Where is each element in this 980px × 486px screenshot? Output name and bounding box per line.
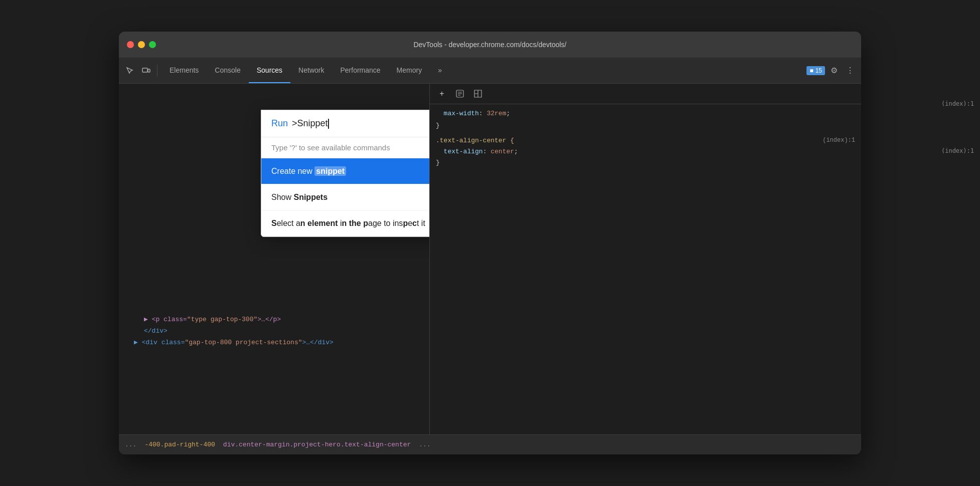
tab-performance[interactable]: Performance [332,58,388,83]
command-palette: Run >Snippet Type '?' to see available c… [261,110,430,237]
cp-item-text: Create new snippet [271,167,346,176]
main-content: Run >Snippet Type '?' to see available c… [119,84,861,434]
breadcrumb-pad[interactable]: -400.pad-right-400 [144,441,215,448]
tab-console[interactable]: Console [207,58,248,83]
devtools-window: DevTools - developer.chrome.com/docs/dev… [119,32,861,454]
tab-memory[interactable]: Memory [389,58,430,83]
toolbar-divider [157,65,157,77]
titlebar: DevTools - developer.chrome.com/docs/dev… [119,32,861,58]
breadcrumb-dots-end: ... [419,441,430,448]
cp-run-label: Run [271,118,288,129]
layout-icon[interactable] [471,87,485,101]
styles-panel: + max-width: 32rem; [430,84,861,434]
svg-rect-1 [148,69,150,72]
cp-item-text-2: Show Snippets [271,193,328,202]
tab-elements[interactable]: Elements [161,58,207,83]
toolbar-right: ■ 15 ⚙ ⋮ [806,64,857,78]
computed-style-icon[interactable] [453,87,467,101]
bottom-bar: ... -400.pad-right-400 div.center-margin… [119,434,861,454]
toolbar: Elements Console Sources Network Perform… [119,58,861,84]
issues-badge[interactable]: ■ 15 [806,66,825,75]
tab-sources[interactable]: Sources [249,58,290,83]
cp-hint: Type '?' to see available commands [261,137,430,158]
tab-bar: Elements Console Sources Network Perform… [161,58,804,83]
svg-rect-0 [142,68,147,72]
traffic-lights [127,41,156,48]
maximize-button[interactable] [149,41,156,48]
styles-toolbar: + [430,84,861,104]
cp-item-select-element[interactable]: Select an element in the page to inspect… [261,210,430,236]
cp-item-text-3: Select an element in the page to inspect… [271,219,425,228]
minimize-button[interactable] [138,41,145,48]
breadcrumb-div[interactable]: div.center-margin.project-hero.text-alig… [223,441,411,448]
dom-line: ▶ <div class="gap-top-800 project-sectio… [119,337,429,349]
styles-content: max-width: 32rem; } .text-align-center {… [430,104,861,172]
close-button[interactable] [127,41,134,48]
badge-icon: ■ [809,67,813,74]
window-title: DevTools - developer.chrome.com/docs/dev… [413,41,566,49]
settings-icon[interactable]: ⚙ [827,64,841,78]
cp-input-text[interactable]: >Snippet [292,118,329,129]
more-options-icon[interactable]: ⋮ [843,64,857,78]
cp-item-create-snippet[interactable]: Create new snippet Sources [261,158,430,184]
add-style-icon[interactable]: + [435,87,449,101]
dom-panel: Run >Snippet Type '?' to see available c… [119,84,430,434]
cp-item-show-snippets[interactable]: Show Snippets Sources [261,184,430,210]
tab-network[interactable]: Network [290,58,332,83]
cp-cursor [328,119,329,129]
device-toggle-icon[interactable] [139,64,153,78]
inspect-icon[interactable] [123,64,137,78]
dom-line: </div> [119,326,429,337]
cp-input-row: Run >Snippet [261,110,430,137]
breadcrumb-dots: ... [125,441,136,448]
dom-line: ▶ <p class="type gap-top-300">…</p> [119,314,429,326]
tab-more[interactable]: » [430,58,450,83]
